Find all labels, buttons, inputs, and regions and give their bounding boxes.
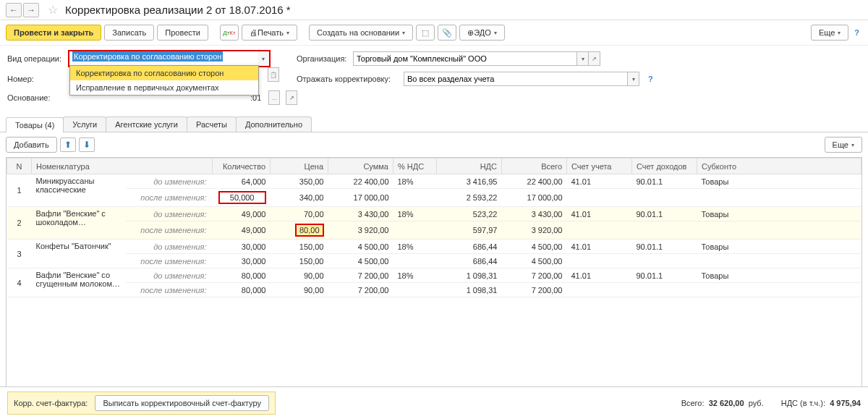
issue-corr-invoice-button[interactable]: Выписать корректировочный счет-фактуру bbox=[95, 395, 269, 406]
number-label: Номер: bbox=[7, 75, 62, 83]
post-and-close-button[interactable]: Провести и закрыть bbox=[6, 25, 101, 41]
add-button[interactable]: Добавить bbox=[6, 137, 57, 153]
col-vat[interactable]: НДС bbox=[437, 158, 502, 174]
reflect-field[interactable] bbox=[404, 72, 628, 86]
table-row[interactable]: 4 Вафли "Венские" со сгущенным молоком… … bbox=[7, 268, 861, 283]
total-value: 32 620,00 bbox=[709, 399, 744, 406]
org-label: Организация: bbox=[297, 54, 347, 63]
col-vatp[interactable]: % НДС bbox=[393, 158, 437, 174]
col-inc[interactable]: Счет доходов bbox=[632, 158, 697, 174]
create-based-button[interactable]: Создать на основании bbox=[309, 25, 413, 41]
vat-label: НДС (в т.ч.): bbox=[781, 399, 825, 406]
op-type-label: Вид операции: bbox=[7, 54, 62, 63]
dd-option-agreement[interactable]: Корректировка по согласованию сторон bbox=[70, 66, 258, 80]
col-n[interactable]: N bbox=[7, 158, 32, 174]
more-button[interactable]: Еще bbox=[811, 25, 848, 41]
vat-value: 4 975,94 bbox=[830, 399, 861, 406]
favorite-icon[interactable]: ☆ bbox=[45, 3, 61, 17]
tab-services[interactable]: Услуги bbox=[63, 117, 106, 132]
op-type-dropdown-icon[interactable]: ▾ bbox=[258, 51, 269, 66]
nav-back[interactable]: ← bbox=[6, 3, 22, 17]
op-type-value: Корректировка по согласованию сторон bbox=[72, 51, 223, 62]
op-type-field[interactable]: Корректировка по согласованию сторон bbox=[69, 52, 258, 65]
org-open-icon[interactable]: ↗ bbox=[589, 51, 600, 66]
col-acc[interactable]: Счет учета bbox=[567, 158, 632, 174]
col-qty[interactable]: Количество bbox=[213, 158, 271, 174]
table-row[interactable]: 3 Конфеты "Батончик" до изменения: 30,00… bbox=[7, 240, 861, 254]
dd-option-correction[interactable]: Исправление в первичных документах bbox=[70, 80, 258, 95]
move-down-button[interactable]: ⬇ bbox=[79, 137, 95, 152]
help-icon[interactable]: ? bbox=[851, 28, 862, 37]
basis-open-icon[interactable]: ↗ bbox=[286, 90, 297, 105]
nav-fwd[interactable]: → bbox=[23, 3, 39, 17]
tab-goods[interactable]: Товары (4) bbox=[6, 117, 64, 132]
edo-label: ЭДО bbox=[474, 28, 491, 37]
basis-select-icon[interactable]: … bbox=[268, 90, 280, 105]
op-type-field-frame: Корректировка по согласованию сторон ▾ К… bbox=[68, 50, 271, 67]
tab-agent[interactable]: Агентские услуги bbox=[106, 117, 187, 132]
table-row[interactable]: после изменения: 80,000 90,00 7 200,00 1… bbox=[7, 283, 861, 297]
tab-extra[interactable]: Дополнительно bbox=[236, 117, 312, 132]
op-type-dropdown: Корректировка по согласованию сторон Исп… bbox=[69, 65, 259, 96]
table-row[interactable]: после изменения: 30,000 150,00 4 500,00 … bbox=[7, 254, 861, 268]
col-total[interactable]: Всего bbox=[502, 158, 567, 174]
table-more-button[interactable]: Еще bbox=[825, 137, 862, 153]
print-button[interactable]: 🖨 Печать bbox=[242, 25, 297, 41]
table-row[interactable]: 1 Миникруассаны классические до изменени… bbox=[7, 174, 861, 189]
page-title: Корректировка реализации 2 от 18.07.2016… bbox=[65, 4, 291, 16]
col-price[interactable]: Цена bbox=[271, 158, 328, 174]
post-button[interactable]: Провести bbox=[157, 25, 208, 41]
reflect-help-icon[interactable]: ? bbox=[645, 75, 656, 83]
move-up-button[interactable]: ⬆ bbox=[60, 137, 76, 152]
col-nom[interactable]: Номенклатура bbox=[32, 158, 213, 174]
print-label: Печать bbox=[258, 28, 284, 37]
corr-invoice-label: Корр. счет-фактура: bbox=[14, 399, 88, 406]
org-dropdown-icon[interactable]: ▾ bbox=[577, 51, 589, 66]
total-label: Всего: bbox=[681, 399, 705, 406]
attach-button[interactable]: 📎 bbox=[438, 25, 456, 41]
col-sum[interactable]: Сумма bbox=[328, 158, 393, 174]
org-field[interactable] bbox=[353, 51, 577, 66]
table-row[interactable]: 2 Вафли "Венские" с шоколадом… до измене… bbox=[7, 207, 861, 221]
save-button[interactable]: Записать bbox=[104, 25, 154, 41]
dt-kt-button[interactable]: ДтКт bbox=[220, 25, 239, 41]
structure-button[interactable]: ⬚ bbox=[416, 25, 435, 41]
table-row[interactable]: после изменения: 50,000 340,00 17 000,00… bbox=[7, 189, 861, 207]
goods-table: N Номенклатура Количество Цена Сумма % Н… bbox=[7, 158, 861, 297]
edo-button[interactable]: ⊕ ЭДО bbox=[459, 25, 505, 41]
col-sub[interactable]: Субконто bbox=[697, 158, 861, 174]
basis-label: Основание: bbox=[7, 93, 62, 102]
reflect-label: Отражать корректировку: bbox=[297, 75, 398, 83]
number-calendar-icon[interactable]: 📋 bbox=[268, 67, 279, 82]
reflect-dropdown-icon[interactable]: ▾ bbox=[628, 72, 639, 86]
table-row[interactable]: после изменения: 49,000 80,00 3 920,00 5… bbox=[7, 221, 861, 240]
tab-calc[interactable]: Расчеты bbox=[187, 117, 237, 132]
currency: руб. bbox=[749, 399, 764, 406]
